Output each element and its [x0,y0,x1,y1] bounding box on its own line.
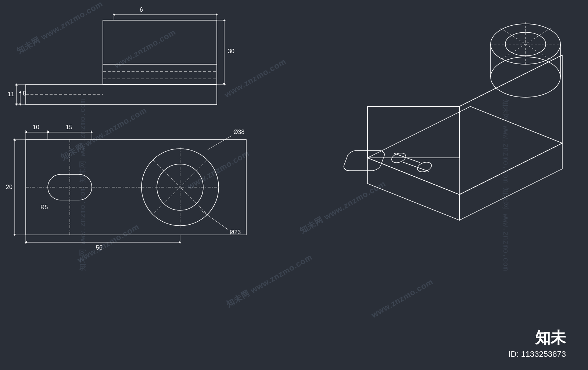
svg-rect-1 [103,20,217,84]
main-canvas: 知未网 www.znzmo.com www.znzmo.com www.znzm… [0,0,588,370]
dim-11: 11 [8,91,14,97]
svg-line-35 [208,136,232,150]
brand-box: 知未 ID: 1133253873 [508,327,566,359]
brand-name: 知未 [508,327,566,348]
svg-line-60 [403,162,429,171]
dim-56: 56 [96,244,103,251]
svg-marker-43 [459,55,562,195]
dim-15: 15 [66,124,72,130]
dim-23: Ø23 [230,229,241,235]
dim-6: 6 [140,7,143,13]
dim-30: 30 [228,48,234,54]
dim-10: 10 [33,124,39,130]
dim-r5: R5 [40,204,48,210]
svg-marker-41 [368,158,459,220]
svg-marker-42 [459,143,562,220]
svg-marker-40 [368,106,562,195]
dim-38: Ø38 [233,129,244,135]
technical-drawing: 11 8 6 30 [0,0,588,370]
dim-8: 8 [23,90,26,97]
svg-line-44 [459,55,562,106]
svg-rect-61 [342,150,386,171]
svg-marker-45 [368,106,459,158]
dim-20: 20 [6,184,12,190]
brand-id: ID: 1133253873 [508,349,566,359]
svg-line-36 [200,210,228,229]
